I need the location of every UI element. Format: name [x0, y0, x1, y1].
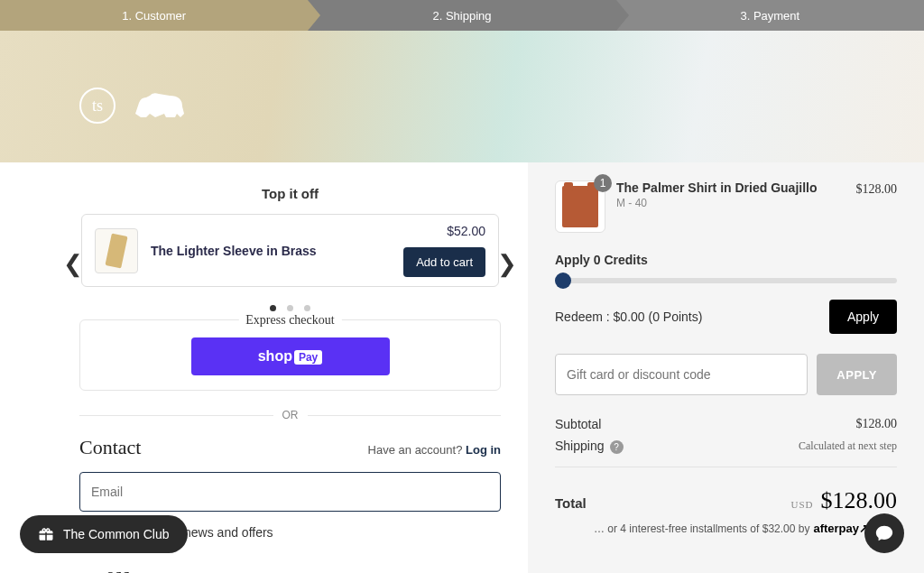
upsell-card: The Lighter Sleeve in Brass $52.00 Add t…	[81, 214, 499, 287]
credits-slider-thumb[interactable]	[555, 273, 571, 289]
upsell-price: $52.00	[447, 224, 485, 238]
cart-item-qty-badge: 1	[594, 174, 612, 192]
subtotal-label: Subtotal	[555, 417, 601, 431]
step-customer[interactable]: 1. Customer	[0, 0, 308, 31]
carousel-dot[interactable]	[270, 305, 276, 311]
email-field[interactable]	[79, 472, 501, 512]
afterpay-note: … or 4 interest-free installments of $32…	[555, 522, 897, 535]
shipping-heading: Shiess	[79, 563, 501, 573]
cart-item-price: $128.00	[856, 182, 898, 197]
cart-item-thumb: 1	[555, 180, 605, 233]
carousel-dots	[79, 300, 501, 314]
login-link[interactable]: Log in	[466, 443, 501, 457]
subtotal-value: $128.00	[856, 417, 898, 431]
carousel-prev-icon[interactable]: ❮	[63, 250, 83, 278]
express-checkout-label: Express checkout	[238, 313, 341, 328]
shipping-label: Shipping?	[555, 439, 624, 454]
total-amount: $128.00	[821, 487, 898, 514]
shipping-help-icon[interactable]: ?	[610, 440, 624, 454]
credits-slider[interactable]	[555, 278, 897, 283]
upsell-thumb	[95, 228, 138, 273]
upsell-heading: Top it off	[79, 186, 501, 201]
gift-icon	[38, 526, 54, 542]
upsell-product-name: The Lighter Sleeve in Brass	[151, 244, 391, 258]
cart-item-variant: M - 40	[616, 197, 845, 209]
step-payment[interactable]: 3. Payment	[616, 0, 924, 31]
add-to-cart-button[interactable]: Add to cart	[403, 247, 485, 277]
carousel-dot[interactable]	[287, 305, 293, 311]
contact-heading: Contact	[79, 436, 141, 459]
credits-heading: Apply 0 Credits	[555, 253, 897, 267]
common-club-label: The Common Club	[63, 527, 170, 541]
express-checkout-box: Express checkout shopPay	[79, 319, 501, 391]
chat-button[interactable]	[864, 513, 904, 553]
carousel-dot[interactable]	[304, 305, 310, 311]
hero-banner: ts	[0, 31, 924, 162]
checkout-steps: 1. Customer 2. Shipping 3. Payment	[0, 0, 924, 31]
have-account-text: Have an account? Log in	[368, 443, 501, 457]
common-club-pill[interactable]: The Common Club	[20, 515, 188, 553]
summary-divider	[555, 467, 897, 467]
chat-icon	[874, 523, 894, 543]
or-divider: OR	[79, 409, 501, 421]
cart-item-name: The Palmer Shirt in Dried Guajillo	[616, 180, 845, 195]
total-currency: USD	[790, 499, 813, 510]
discount-code-input[interactable]	[555, 354, 808, 395]
brand-ts-logo: ts	[79, 88, 116, 124]
shipping-value: Calculated at next step	[799, 439, 897, 453]
step-shipping[interactable]: 2. Shipping	[308, 0, 615, 31]
total-label: Total	[555, 495, 587, 511]
cart-item: 1 The Palmer Shirt in Dried Guajillo M -…	[555, 180, 897, 233]
redeem-text: Redeem : $0.00 (0 Points)	[555, 310, 702, 324]
brand-bear-icon	[130, 87, 193, 125]
shop-pay-button[interactable]: shopPay	[191, 337, 390, 375]
redeem-apply-button[interactable]: Apply	[829, 300, 897, 334]
discount-apply-button[interactable]: APPLY	[817, 354, 897, 395]
carousel-next-icon[interactable]: ❯	[497, 250, 517, 278]
